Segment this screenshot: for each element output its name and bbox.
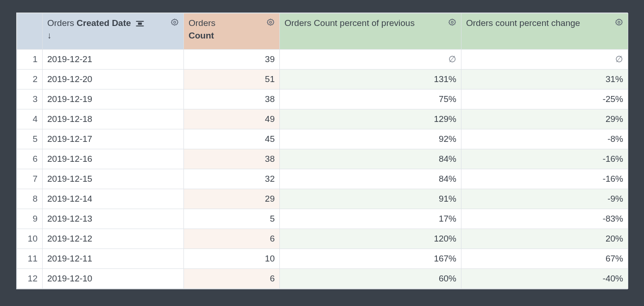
cell-created-date[interactable]: 2019-12-19	[43, 89, 184, 109]
table-row[interactable]: 62019-12-163884%-16%	[17, 149, 628, 169]
column-header-chg-label: Orders count percent change	[466, 18, 580, 28]
cell-row-number[interactable]: 11	[17, 249, 43, 269]
cell-percent-of-previous[interactable]: 84%	[280, 149, 461, 169]
cell-percent-of-previous[interactable]: ∅	[280, 50, 461, 70]
table-row[interactable]: 82019-12-142991%-9%	[17, 189, 628, 209]
cell-percent-of-previous[interactable]: 75%	[280, 89, 461, 109]
column-header-percent-of-previous[interactable]: Orders Count percent of previous	[280, 13, 461, 50]
cell-row-number[interactable]: 10	[17, 229, 43, 249]
cell-orders-count[interactable]: 10	[184, 249, 280, 269]
cell-created-date[interactable]: 2019-12-18	[43, 109, 184, 129]
cell-created-date[interactable]: 2019-12-17	[43, 129, 184, 149]
table-row[interactable]: 52019-12-174592%-8%	[17, 129, 628, 149]
column-header-created-date[interactable]: Orders Created Date	[43, 13, 184, 50]
cell-row-number[interactable]: 3	[17, 89, 43, 109]
column-header-percent-change[interactable]: Orders count percent change	[461, 13, 628, 50]
cell-percent-of-previous[interactable]: 120%	[280, 229, 461, 249]
cell-row-number[interactable]: 7	[17, 169, 43, 189]
cell-percent-of-previous[interactable]: 129%	[280, 109, 461, 129]
table-row[interactable]: 122019-12-10660%-40%	[17, 269, 628, 289]
cell-percent-change[interactable]: -8%	[461, 129, 628, 149]
column-settings-button-date[interactable]	[170, 17, 180, 27]
cell-orders-count[interactable]: 49	[184, 109, 280, 129]
svg-point-4	[270, 21, 271, 23]
cell-percent-of-previous[interactable]: 17%	[280, 209, 461, 229]
cell-created-date[interactable]: 2019-12-14	[43, 189, 184, 209]
table-row[interactable]: 12019-12-2139∅∅	[17, 50, 628, 70]
cell-created-date[interactable]: 2019-12-15	[43, 169, 184, 189]
cell-percent-change[interactable]: -25%	[461, 89, 628, 109]
svg-point-3	[174, 21, 176, 23]
cell-percent-change[interactable]: -83%	[461, 209, 628, 229]
table-row[interactable]: 102019-12-126120%20%	[17, 229, 628, 249]
cell-percent-of-previous[interactable]: 91%	[280, 189, 461, 209]
svg-rect-2	[138, 22, 142, 25]
cell-created-date[interactable]: 2019-12-12	[43, 229, 184, 249]
data-table-panel: Orders Created Date	[16, 13, 628, 289]
cell-percent-change[interactable]: -16%	[461, 149, 628, 169]
column-settings-button-chg[interactable]	[614, 17, 624, 27]
cell-created-date[interactable]: 2019-12-13	[43, 209, 184, 229]
cell-orders-count[interactable]: 45	[184, 129, 280, 149]
column-settings-button-pct[interactable]	[447, 17, 457, 27]
cell-percent-of-previous[interactable]: 60%	[280, 269, 461, 289]
cell-created-date[interactable]: 2019-12-10	[43, 269, 184, 289]
cell-orders-count[interactable]: 51	[184, 70, 280, 89]
cell-percent-change[interactable]: -40%	[461, 269, 628, 289]
column-header-date-prefix: Orders	[47, 18, 74, 28]
cell-row-number[interactable]: 12	[17, 269, 43, 289]
cell-orders-count[interactable]: 5	[184, 209, 280, 229]
cell-row-number[interactable]: 6	[17, 149, 43, 169]
cell-row-number[interactable]: 9	[17, 209, 43, 229]
cell-row-number[interactable]: 4	[17, 109, 43, 129]
table-row[interactable]: 112019-12-1110167%67%	[17, 249, 628, 269]
column-header-date-label: Created Date	[76, 18, 131, 28]
column-header-count-prefix: Orders	[189, 18, 215, 28]
cell-percent-change[interactable]: 67%	[461, 249, 628, 269]
cell-percent-of-previous[interactable]: 84%	[280, 169, 461, 189]
cell-orders-count[interactable]: 6	[184, 269, 280, 289]
cell-percent-of-previous[interactable]: 131%	[280, 70, 461, 89]
svg-point-6	[618, 21, 620, 23]
cell-row-number[interactable]: 1	[17, 50, 43, 70]
cell-created-date[interactable]: 2019-12-11	[43, 249, 184, 269]
column-header-count[interactable]: Orders Count	[184, 13, 280, 50]
cell-percent-change[interactable]: 31%	[461, 70, 628, 89]
pivot-icon	[135, 19, 145, 28]
cell-row-number[interactable]: 8	[17, 189, 43, 209]
table-header-row: Orders Created Date	[17, 13, 628, 50]
cell-row-number[interactable]: 2	[17, 70, 43, 89]
cell-percent-of-previous[interactable]: 92%	[280, 129, 461, 149]
data-table: Orders Created Date	[17, 13, 628, 289]
cell-orders-count[interactable]: 38	[184, 149, 280, 169]
column-header-row-number[interactable]	[17, 13, 43, 50]
cell-orders-count[interactable]: 6	[184, 229, 280, 249]
cell-created-date[interactable]: 2019-12-20	[43, 70, 184, 89]
cell-percent-of-previous[interactable]: 167%	[280, 249, 461, 269]
cell-orders-count[interactable]: 32	[184, 169, 280, 189]
column-header-count-label: Count	[189, 31, 214, 40]
table-row[interactable]: 42019-12-1849129%29%	[17, 109, 628, 129]
cell-percent-change[interactable]: 29%	[461, 109, 628, 129]
table-row[interactable]: 92019-12-13517%-83%	[17, 209, 628, 229]
table-row[interactable]: 72019-12-153284%-16%	[17, 169, 628, 189]
cell-row-number[interactable]: 5	[17, 129, 43, 149]
cell-orders-count[interactable]: 39	[184, 50, 280, 70]
cell-percent-change[interactable]: -16%	[461, 169, 628, 189]
cell-created-date[interactable]: 2019-12-16	[43, 149, 184, 169]
table-row[interactable]: 32019-12-193875%-25%	[17, 89, 628, 109]
svg-point-5	[451, 21, 453, 23]
cell-orders-count[interactable]: 38	[184, 89, 280, 109]
cell-created-date[interactable]: 2019-12-21	[43, 50, 184, 70]
cell-orders-count[interactable]: 29	[184, 189, 280, 209]
cell-percent-change[interactable]: -9%	[461, 189, 628, 209]
column-settings-button-count[interactable]	[265, 17, 276, 27]
cell-percent-change[interactable]: ∅	[461, 50, 628, 70]
cell-percent-change[interactable]: 20%	[461, 229, 628, 249]
column-header-pct-label: Orders Count percent of previous	[284, 18, 415, 28]
table-row[interactable]: 22019-12-2051131%31%	[17, 70, 628, 89]
sort-descending-icon: ↓	[47, 31, 52, 40]
